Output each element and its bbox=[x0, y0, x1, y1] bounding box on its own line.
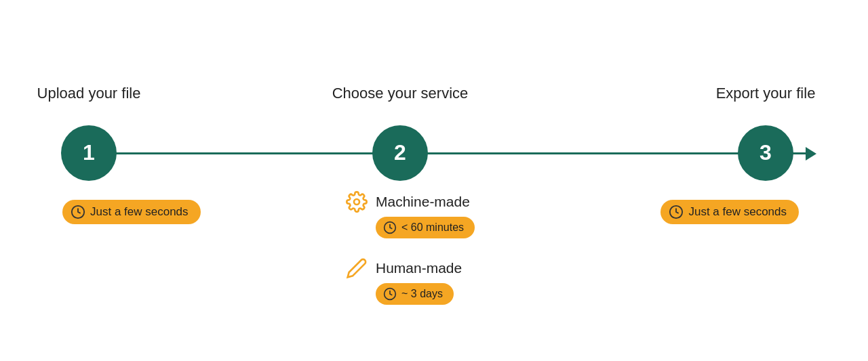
step-3-circle: 3 bbox=[738, 125, 793, 181]
clock-icon-machine bbox=[383, 221, 397, 234]
clock-icon-human bbox=[383, 287, 397, 301]
clock-icon-3 bbox=[669, 205, 684, 219]
gear-icon bbox=[346, 191, 368, 213]
machine-made-header: Machine-made bbox=[346, 191, 475, 213]
human-made-badge-row: ~ 3 days bbox=[346, 283, 475, 305]
step-2-circle: 2 bbox=[372, 125, 428, 181]
human-made-badge: ~ 3 days bbox=[376, 283, 454, 305]
services-container: Machine-made < 60 minutes Human-made bbox=[346, 191, 475, 305]
clock-icon bbox=[71, 205, 85, 219]
step-1-circle: 1 bbox=[61, 125, 117, 181]
timeline-line bbox=[88, 152, 807, 154]
step-1-label: Upload your file bbox=[37, 85, 141, 102]
machine-made-label: Machine-made bbox=[376, 194, 470, 210]
machine-made-badge: < 60 minutes bbox=[376, 217, 475, 238]
svg-point-2 bbox=[354, 199, 359, 205]
step-3-time-badge: Just a few seconds bbox=[660, 200, 799, 224]
human-made-header: Human-made bbox=[346, 257, 475, 279]
human-made-label: Human-made bbox=[376, 260, 462, 276]
service-machine-made: Machine-made < 60 minutes bbox=[346, 191, 475, 238]
step-3: Export your file 3 bbox=[738, 125, 793, 181]
step-2: Choose your service 2 bbox=[372, 125, 428, 181]
step-1: Upload your file 1 bbox=[61, 125, 117, 181]
service-human-made: Human-made ~ 3 days bbox=[346, 257, 475, 305]
machine-made-badge-row: < 60 minutes bbox=[346, 217, 475, 238]
pencil-icon bbox=[346, 257, 368, 279]
workflow-diagram: Upload your file 1 Just a few seconds Ch… bbox=[34, 52, 834, 310]
step-2-label: Choose your service bbox=[332, 85, 469, 102]
step-3-label: Export your file bbox=[716, 85, 816, 102]
step-1-time-badge: Just a few seconds bbox=[62, 200, 201, 224]
